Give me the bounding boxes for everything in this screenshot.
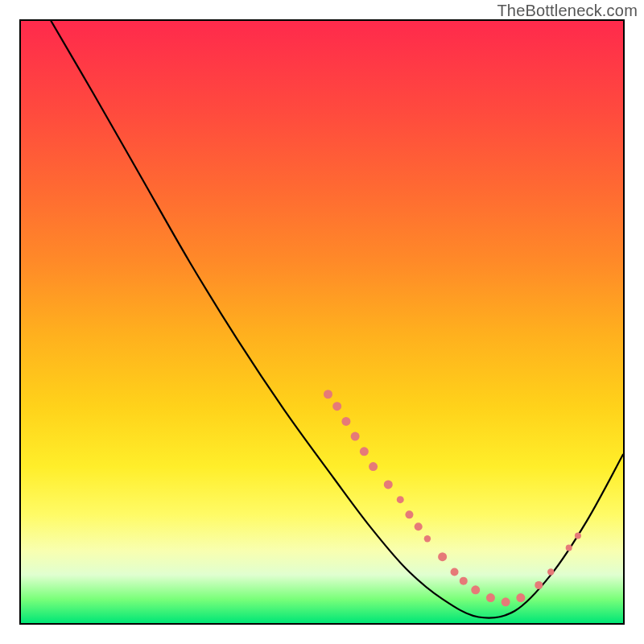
data-marker <box>424 535 431 542</box>
data-marker <box>415 522 423 530</box>
data-marker <box>384 480 393 489</box>
data-marker <box>535 581 543 589</box>
data-marker <box>332 402 341 411</box>
data-marker <box>397 496 404 503</box>
data-marker <box>575 533 581 539</box>
data-marker <box>438 552 447 561</box>
data-marker <box>451 568 459 576</box>
chart-frame: TheBottleneck.com <box>0 0 644 644</box>
data-marker <box>516 593 525 602</box>
plot-area <box>19 19 625 625</box>
data-marker <box>405 510 413 518</box>
data-marker <box>324 390 332 398</box>
data-marker <box>486 593 495 602</box>
attribution-text: TheBottleneck.com <box>497 2 638 20</box>
marker-group <box>324 390 581 606</box>
data-marker <box>360 447 369 456</box>
data-marker <box>369 462 378 471</box>
data-marker <box>351 432 360 441</box>
data-marker <box>547 568 554 575</box>
data-marker <box>341 417 350 426</box>
data-marker <box>566 545 572 551</box>
data-marker <box>460 577 468 585</box>
data-marker <box>502 597 510 606</box>
marker-layer <box>21 21 623 623</box>
data-marker <box>471 585 480 594</box>
